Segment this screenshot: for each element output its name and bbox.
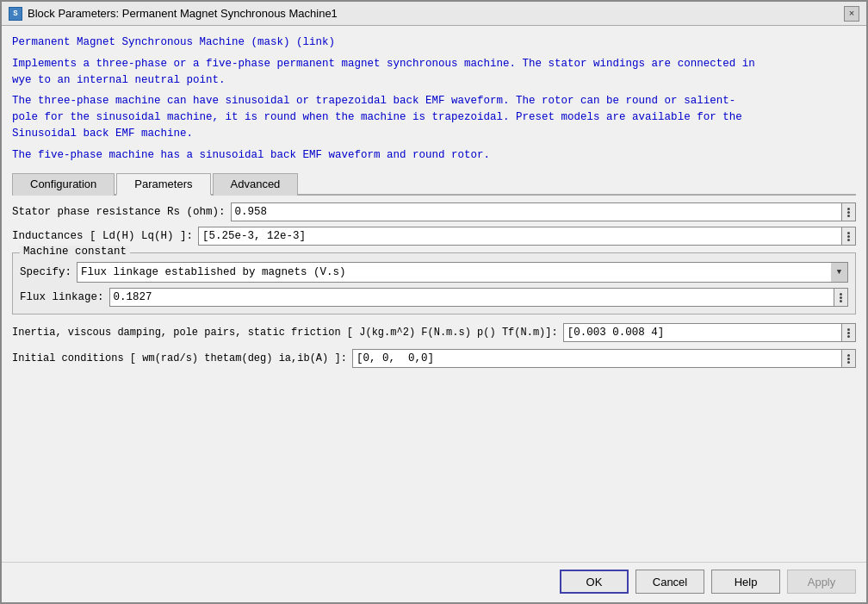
- inertia-menu-btn[interactable]: [842, 323, 856, 342]
- description-text: Permanent Magnet Synchronous Machine (ma…: [12, 34, 856, 163]
- desc-line9: The five-phase machine has a sinusoidal …: [12, 147, 856, 164]
- stator-input-wrapper: [231, 202, 856, 221]
- initial-row: Initial conditions [ wm(rad/s) thetam(de…: [12, 349, 856, 368]
- dot3: [847, 215, 850, 217]
- dot2: [840, 296, 842, 299]
- specify-row: Specify: Flux linkage established by mag…: [20, 262, 848, 283]
- flux-row: Flux linkage:: [20, 288, 848, 307]
- dot1: [847, 208, 850, 210]
- window-icon: S: [9, 7, 22, 21]
- initial-menu-btn[interactable]: [842, 349, 856, 368]
- footer: OK Cancel Help Apply: [2, 562, 866, 602]
- desc-line6: pole for the sinusoidal machine, it is r…: [12, 109, 856, 126]
- inductances-input-wrapper: [198, 227, 856, 246]
- titlebar: S Block Parameters: Permanent Magnet Syn…: [2, 2, 866, 26]
- apply-button[interactable]: Apply: [787, 570, 856, 594]
- desc-line1: Permanent Magnet Synchronous Machine (ma…: [12, 34, 856, 51]
- dot2: [847, 235, 850, 238]
- inductances-menu-btn[interactable]: [842, 227, 856, 246]
- dot1: [847, 232, 850, 234]
- stator-row: Stator phase resistance Rs (ohm):: [12, 202, 856, 221]
- specify-label: Specify:: [20, 266, 71, 278]
- help-button[interactable]: Help: [711, 570, 780, 594]
- initial-input[interactable]: [352, 349, 842, 368]
- tab-advanced[interactable]: Advanced: [213, 173, 299, 196]
- dot3: [847, 361, 850, 364]
- dot2: [847, 211, 850, 214]
- stator-input[interactable]: [231, 202, 842, 221]
- inertia-input-wrapper: [563, 323, 856, 342]
- tab-parameters[interactable]: Parameters: [116, 173, 210, 196]
- stator-menu-btn[interactable]: [842, 202, 856, 221]
- tab-configuration[interactable]: Configuration: [12, 173, 115, 196]
- close-button[interactable]: ×: [844, 6, 859, 22]
- desc-line2: Implements a three-phase or a five-phase…: [12, 56, 856, 72]
- cancel-button[interactable]: Cancel: [636, 570, 704, 594]
- group-legend: Machine constant: [20, 246, 130, 258]
- content-area: Permanent Magnet Synchronous Machine (ma…: [2, 26, 866, 562]
- inductances-label: Inductances [ Ld(H) Lq(H) ]:: [12, 230, 193, 242]
- initial-label: Initial conditions [ wm(rad/s) thetam(de…: [12, 352, 347, 364]
- flux-input[interactable]: [109, 288, 834, 307]
- dot1: [847, 354, 850, 357]
- inertia-label: Inertia, viscous damping, pole pairs, st…: [12, 327, 558, 339]
- dot1: [840, 293, 842, 296]
- dot2: [847, 358, 850, 360]
- dot3: [840, 300, 842, 302]
- dot1: [847, 328, 850, 331]
- window-title: Block Parameters: Permanent Magnet Synch…: [28, 7, 338, 20]
- flux-menu-btn[interactable]: [834, 288, 848, 307]
- desc-line3: wye to an internal neutral point.: [12, 72, 856, 89]
- select-wrapper: Flux linkage established by magnets (V.s…: [77, 262, 848, 283]
- inertia-input[interactable]: [563, 323, 842, 342]
- flux-input-wrapper: [109, 288, 848, 307]
- dot2: [847, 332, 850, 334]
- ok-button[interactable]: OK: [560, 570, 629, 594]
- desc-line5: The three-phase machine can have sinusoi…: [12, 93, 856, 109]
- parameters-area: Stator phase resistance Rs (ohm): Induct…: [12, 202, 856, 555]
- inductances-row: Inductances [ Ld(H) Lq(H) ]:: [12, 227, 856, 246]
- dot3: [847, 239, 850, 241]
- desc-line7: Sinusoidal back EMF machine.: [12, 126, 856, 142]
- inductances-input[interactable]: [198, 227, 842, 246]
- specify-select[interactable]: Flux linkage established by magnets (V.s…: [77, 262, 848, 283]
- machine-constant-group: Machine constant Specify: Flux linkage e…: [12, 252, 856, 314]
- dot3: [847, 335, 850, 338]
- stator-label: Stator phase resistance Rs (ohm):: [12, 206, 226, 218]
- titlebar-left: S Block Parameters: Permanent Magnet Syn…: [9, 7, 338, 21]
- initial-input-wrapper: [352, 349, 856, 368]
- flux-label: Flux linkage:: [20, 291, 104, 303]
- tabs-bar: Configuration Parameters Advanced: [12, 171, 856, 196]
- inertia-row: Inertia, viscous damping, pole pairs, st…: [12, 323, 856, 342]
- dialog-window: S Block Parameters: Permanent Magnet Syn…: [0, 0, 868, 604]
